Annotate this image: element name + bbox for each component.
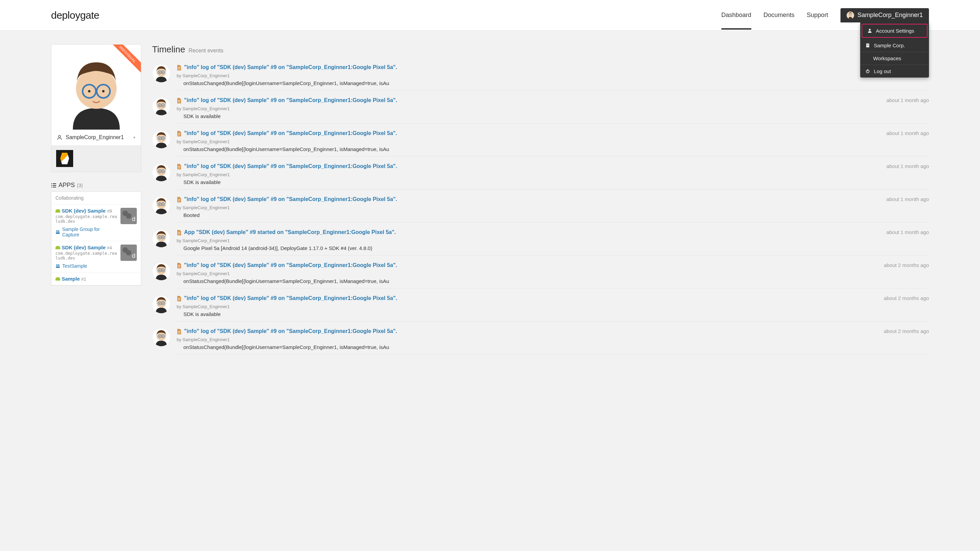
timeline-header: Timeline Recent events	[152, 44, 929, 55]
nav-dashboard[interactable]: Dashboard	[721, 1, 751, 30]
svg-rect-24	[53, 185, 56, 186]
user-menu[interactable]: SampleCorp_Enginner1 Account Settings Sa…	[840, 8, 929, 22]
dropdown-org[interactable]: Sample Corp.	[860, 39, 929, 52]
event-by: by SampleCorp_Enginner1	[177, 139, 929, 144]
svg-rect-5	[866, 43, 869, 47]
app-item[interactable]: Sample #1	[51, 272, 141, 285]
event-by: by SampleCorp_Enginner1	[177, 304, 929, 309]
user-dropdown: Account Settings Sample Corp. Workspaces…	[860, 22, 929, 78]
event-title-link[interactable]: "info" log of "SDK (dev) Sample" #9 on "…	[184, 64, 922, 70]
svg-point-29	[56, 264, 57, 266]
dropdown-account-settings[interactable]: Account Settings	[862, 24, 928, 38]
event-title-link[interactable]: "info" log of "SDK (dev) Sample" #9 on "…	[184, 262, 877, 268]
event-by: by SampleCorp_Enginner1	[177, 205, 929, 210]
event-time: about 2 months ago	[884, 295, 929, 301]
svg-rect-85	[178, 266, 180, 266]
timeline-title: Timeline	[152, 44, 185, 55]
svg-point-35	[163, 72, 163, 73]
event-title-link[interactable]: "info" log of "SDK (dev) Sample" #9 on "…	[184, 196, 880, 202]
svg-rect-37	[178, 68, 180, 68]
event-time: about 1 month ago	[886, 130, 929, 136]
dropdown-workspaces[interactable]: Workspaces	[860, 52, 929, 65]
event-by: by SampleCorp_Enginner1	[177, 172, 929, 177]
person-icon	[867, 28, 872, 33]
event-avatar	[152, 262, 170, 281]
svg-rect-93	[178, 299, 180, 299]
event-title-link[interactable]: App "SDK (dev) Sample" #9 started on "Sa…	[184, 229, 880, 235]
event-title-link[interactable]: "info" log of "SDK (dev) Sample" #9 on "…	[184, 97, 880, 103]
svg-point-51	[163, 138, 163, 138]
event-title-link[interactable]: "info" log of "SDK (dev) Sample" #9 on "…	[184, 130, 880, 137]
event-title-link[interactable]: "info" log of "SDK (dev) Sample" #9 on "…	[184, 295, 877, 301]
android-icon	[56, 209, 60, 213]
event-avatar	[152, 64, 170, 83]
main: INDIVIDUAL SampleCorp_E	[0, 30, 980, 372]
apps-box: Collaborating SDK (dev) Sample #9com.dep…	[51, 192, 141, 286]
app-title: Sample #1	[56, 276, 137, 282]
svg-point-90	[159, 303, 160, 303]
event-time: about 2 months ago	[884, 262, 929, 268]
app-package: com.deploygate.sample.realsdk.dev	[56, 251, 117, 260]
nav-documents[interactable]: Documents	[764, 1, 795, 30]
file-icon	[177, 197, 181, 204]
nav: Dashboard Documents Support SampleCorp_E…	[721, 1, 929, 30]
timeline-event: "info" log of "SDK (dev) Sample" #9 on "…	[152, 160, 929, 193]
profile-name-select[interactable]: SampleCorp_Enginner1 ▾	[51, 130, 141, 145]
app-group-link[interactable]: TestSample	[56, 263, 117, 269]
svg-point-58	[159, 171, 160, 171]
event-by: by SampleCorp_Enginner1	[177, 337, 929, 342]
svg-point-91	[163, 303, 163, 303]
svg-rect-101	[178, 332, 180, 332]
app-title: SDK (dev) Sample #4	[56, 245, 117, 250]
svg-rect-45	[178, 101, 180, 102]
svg-point-75	[163, 237, 163, 237]
svg-point-99	[163, 336, 163, 337]
svg-rect-77	[178, 233, 180, 233]
event-message: Google Pixel 5a [Android 14 (android-34)…	[183, 245, 929, 251]
event-title-link[interactable]: "info" log of "SDK (dev) Sample" #9 on "…	[184, 328, 877, 334]
apps-count: (3)	[77, 183, 83, 188]
svg-point-18	[88, 90, 90, 92]
app-title: SDK (dev) Sample #9	[56, 208, 117, 214]
event-avatar	[152, 229, 170, 248]
event-message: SDK is available	[183, 113, 929, 119]
svg-point-98	[159, 336, 160, 337]
avatar-icon	[846, 11, 854, 19]
svg-rect-7	[868, 44, 869, 45]
event-avatar	[152, 295, 170, 314]
event-title-link[interactable]: "info" log of "SDK (dev) Sample" #9 on "…	[184, 163, 880, 169]
dropdown-logout[interactable]: Log out	[860, 65, 929, 78]
logo[interactable]: deploygate	[51, 10, 99, 21]
file-icon	[177, 296, 181, 303]
event-message: SDK is available	[183, 179, 929, 185]
event-time: about 1 month ago	[886, 163, 929, 169]
android-icon	[56, 246, 60, 249]
org-badge[interactable]	[56, 150, 73, 167]
svg-point-67	[163, 204, 163, 205]
app-item[interactable]: SDK (dev) Sample #4com.deploygate.sample…	[51, 241, 141, 272]
profile-name: SampleCorp_Enginner1	[66, 134, 124, 140]
content: Timeline Recent events "info" log of "SD…	[152, 44, 929, 358]
nav-support[interactable]: Support	[807, 1, 828, 30]
building-icon	[865, 43, 870, 48]
svg-point-23	[51, 185, 52, 185]
svg-rect-9	[868, 45, 869, 46]
svg-rect-76	[178, 232, 180, 232]
apps-header: APPS (3)	[51, 182, 141, 189]
timeline-subtitle: Recent events	[189, 48, 223, 54]
profile-card: INDIVIDUAL SampleCorp_E	[51, 44, 141, 172]
dropdown-org-label: Sample Corp.	[874, 43, 905, 48]
app-group-link[interactable]: Sample Group for Capture	[56, 227, 117, 237]
svg-point-50	[159, 138, 160, 138]
event-message: onStatusChanged(Bundle[{loginUsername=Sa…	[183, 344, 929, 350]
timeline-event: "info" log of "SDK (dev) Sample" #9 on "…	[152, 127, 929, 160]
svg-rect-94	[178, 300, 180, 300]
event-by: by SampleCorp_Enginner1	[177, 73, 929, 78]
svg-rect-78	[178, 234, 180, 234]
app-item[interactable]: SDK (dev) Sample #9com.deploygate.sample…	[51, 205, 141, 241]
svg-point-30	[58, 264, 59, 266]
event-time: about 2 months ago	[884, 328, 929, 334]
file-icon	[177, 263, 181, 270]
timeline-event: "info" log of "SDK (dev) Sample" #9 on "…	[152, 292, 929, 325]
svg-rect-86	[178, 267, 180, 267]
